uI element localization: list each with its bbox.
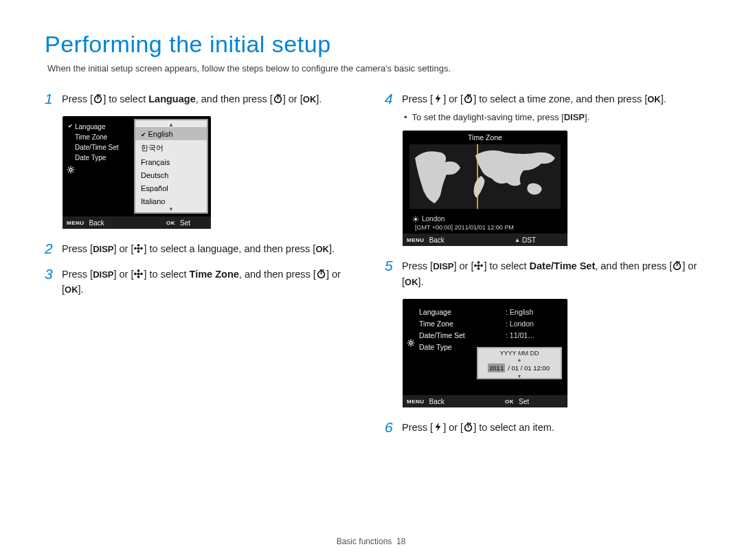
timer-icon	[273, 93, 283, 103]
language-panel: ▲ English 한국어 Français Deutsch Español I…	[134, 119, 208, 214]
lang-option: English	[135, 127, 207, 140]
menu-item: Date/Time Set	[68, 142, 127, 153]
step-number: 6	[385, 419, 396, 435]
dt-val: : London	[506, 317, 535, 329]
menu-item: Time Zone	[68, 132, 127, 142]
lcd-datetime: Language Time Zone Date/Time Set Date Ty…	[403, 299, 567, 407]
page-title: Performing the initial setup	[45, 31, 697, 58]
step-3-text: Press [DISP] or [] to select Time Zone, …	[62, 267, 357, 298]
tz-city: London	[412, 215, 445, 223]
menu-label: MENU	[407, 237, 425, 243]
tz-title: Time Zone	[403, 133, 567, 142]
lcd-language: Language Time Zone Date/Time Set Date Ty…	[63, 116, 211, 229]
chevron-down-icon: ▼	[478, 374, 561, 378]
dt-edit-box: YYYY MM DD ▲ 2011 / 01 / 01 12:00 ▼	[477, 347, 562, 379]
menu-item: Language	[68, 122, 127, 132]
ok-icon: OK	[405, 277, 418, 287]
lang-option: Español	[135, 181, 207, 194]
lang-option: Français	[135, 155, 207, 168]
ok-icon: OK	[65, 284, 78, 295]
disp-icon: DISP	[564, 112, 585, 122]
disp-icon: DISP	[93, 269, 113, 280]
lang-option: 한국어	[135, 140, 207, 155]
timer-icon	[672, 260, 682, 270]
step-6-text: Press [] or [] to select an item.	[402, 420, 554, 435]
dt-row: Time Zone	[419, 317, 465, 329]
step-number: 2	[45, 240, 56, 256]
timer-icon	[93, 93, 103, 103]
timer-icon	[463, 421, 473, 432]
flash-icon	[433, 93, 443, 103]
page-subtitle: When the initial setup screen appears, f…	[47, 63, 697, 74]
step-4-sub: To set the daylight-saving time, press […	[404, 112, 697, 122]
page-footer: Basic functions 18	[0, 537, 742, 546]
step-2-text: Press [DISP] or [] to select a language,…	[62, 241, 335, 256]
step-number: 1	[45, 91, 56, 107]
ok-icon: OK	[315, 244, 329, 254]
menu-label: MENU	[407, 399, 425, 405]
dt-row: Language	[419, 306, 465, 317]
ok-label: OK	[166, 220, 175, 226]
lcd-timezone: Time Zone London [GMT +00:00] 2011/01/01…	[403, 131, 567, 246]
ok-icon: OK	[647, 94, 661, 104]
menu-item: Date Type	[68, 153, 127, 163]
gear-icon	[67, 166, 75, 174]
menu-label: MENU	[67, 220, 85, 226]
step-1-text: Press [] to select Language, and then pr…	[62, 91, 322, 107]
lang-option: Deutsch	[135, 168, 207, 181]
gear-icon	[407, 339, 415, 347]
dt-val: : English	[506, 306, 535, 317]
disp-icon: DISP	[433, 261, 453, 271]
dt-val: : 11/01…	[506, 329, 535, 341]
triangle-up-icon: ▲	[515, 237, 520, 243]
timer-icon	[463, 93, 473, 103]
flash-icon	[433, 421, 443, 432]
step-4-text: Press [] or [] to select a time zone, an…	[402, 91, 666, 107]
step-number: 4	[385, 91, 396, 107]
disp-icon: DISP	[93, 244, 113, 254]
dt-row: Date/Time Set	[419, 329, 465, 341]
ok-label: OK	[505, 399, 514, 405]
dt-row: Date Type	[419, 341, 465, 352]
world-map	[409, 144, 561, 209]
flower-icon	[133, 268, 144, 278]
chevron-down-icon: ▼	[135, 208, 207, 212]
ok-icon: OK	[303, 94, 317, 104]
tz-gmt: [GMT +00:00] 2011/01/01 12:00 PM	[412, 223, 561, 232]
step-number: 3	[45, 266, 56, 298]
step-number: 5	[385, 258, 396, 289]
step-5-text: Press [DISP] or [] to select Date/Time S…	[402, 258, 697, 289]
flower-icon	[473, 260, 484, 270]
timer-icon	[316, 268, 326, 278]
flower-icon	[133, 243, 144, 253]
